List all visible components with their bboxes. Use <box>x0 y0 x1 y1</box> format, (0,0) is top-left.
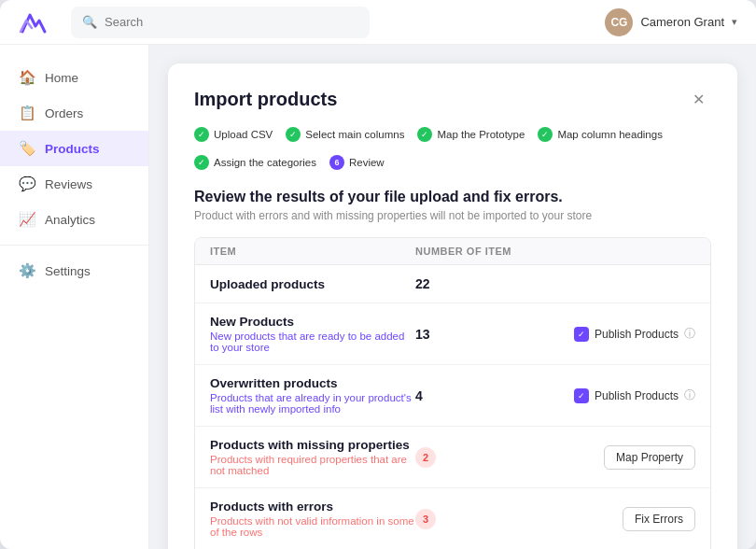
fix-errors-button[interactable]: Fix Errors <box>623 507 695 531</box>
user-area[interactable]: CG Cameron Grant ▾ <box>605 8 737 36</box>
row-item: Products with errors Products with not v… <box>210 500 415 538</box>
step-check-icon: ✓ <box>194 127 209 142</box>
step-label: Map column headings <box>557 129 663 140</box>
row-action: ✓ Publish Products ⓘ <box>546 326 695 342</box>
badge-count: 2 <box>415 447 436 468</box>
user-name: Cameron Grant <box>640 15 724 29</box>
orders-icon: 📋 <box>19 105 35 121</box>
step-label: Select main columns <box>305 129 404 140</box>
products-icon: 🏷️ <box>19 140 35 157</box>
row-item: Uploaded products <box>210 277 415 291</box>
modal-header: Import products ✕ <box>194 86 711 112</box>
sidebar-item-home[interactable]: 🏠 Home <box>0 60 148 95</box>
step-assign-categories: ✓ Assign the categories <box>194 155 316 170</box>
analytics-icon: 📈 <box>19 211 35 228</box>
publish-label: Publish Products <box>595 389 679 402</box>
sidebar-item-settings[interactable]: ⚙️ Settings <box>0 253 148 289</box>
close-button[interactable]: ✕ <box>685 86 711 112</box>
sidebar-item-label: Analytics <box>45 213 95 227</box>
row-title: Uploaded products <box>210 277 415 291</box>
row-title: Overwritten products <box>210 376 415 390</box>
row-subtitle: New products that are ready to be added … <box>210 331 415 353</box>
row-title: Products with errors <box>210 500 415 514</box>
app-container: 🔍 CG Cameron Grant ▾ 🏠 Home 📋 Orders 🏷️ … <box>0 0 756 549</box>
sidebar-item-label: Orders <box>45 106 83 120</box>
search-input[interactable] <box>105 15 358 29</box>
step-check-icon: ✓ <box>417 127 432 142</box>
row-item: Products with missing properties Product… <box>210 438 415 476</box>
step-num-icon: 6 <box>329 155 344 170</box>
step-map-prototype: ✓ Map the Prototype <box>417 127 525 142</box>
step-check-icon: ✓ <box>286 127 301 142</box>
content-area: Import products ✕ ✓ Upload CSV ✓ Select … <box>149 45 756 549</box>
sidebar-item-label: Products <box>45 142 100 156</box>
modal-title: Import products <box>194 89 337 110</box>
row-item: Overwritten products Products that are a… <box>210 376 415 415</box>
sidebar: 🏠 Home 📋 Orders 🏷️ Products 💬 Reviews 📈 … <box>0 45 149 549</box>
publish-check[interactable]: ✓ Publish Products ⓘ <box>574 326 695 342</box>
review-heading: Review the results of your file upload a… <box>194 189 711 205</box>
table-header-row: ITEM NUMBER OF ITEM <box>195 238 710 265</box>
step-select-columns: ✓ Select main columns <box>286 127 404 142</box>
sidebar-item-analytics[interactable]: 📈 Analytics <box>0 202 148 237</box>
settings-icon: ⚙️ <box>19 262 35 279</box>
col-num-header: NUMBER OF ITEM <box>415 246 546 257</box>
row-num: 4 <box>415 388 546 403</box>
sidebar-item-orders[interactable]: 📋 Orders <box>0 95 148 131</box>
sidebar-divider <box>0 245 148 246</box>
row-num: 13 <box>415 327 546 342</box>
top-bar: 🔍 CG Cameron Grant ▾ <box>0 0 756 45</box>
sidebar-item-products[interactable]: 🏷️ Products <box>0 131 148 166</box>
step-review: 6 Review <box>329 155 385 170</box>
row-title: Products with missing properties <box>210 438 415 452</box>
info-icon[interactable]: ⓘ <box>684 326 695 342</box>
sidebar-item-label: Home <box>45 71 78 85</box>
step-label: Review <box>349 157 385 168</box>
info-icon[interactable]: ⓘ <box>684 387 695 403</box>
table-row: Uploaded products 22 <box>195 265 710 303</box>
step-label: Upload CSV <box>214 129 273 140</box>
step-upload-csv: ✓ Upload CSV <box>194 127 273 142</box>
row-subtitle: Products with required properties that a… <box>210 454 415 476</box>
step-map-headings: ✓ Map column headings <box>538 127 663 142</box>
row-title: New Products <box>210 315 415 329</box>
review-subtext: Product with errors and with missing pro… <box>194 209 711 222</box>
row-num: 2 <box>415 447 546 468</box>
reviews-icon: 💬 <box>19 176 35 192</box>
checkbox-icon: ✓ <box>574 388 589 403</box>
badge-count: 3 <box>415 509 436 529</box>
avatar: CG <box>605 8 633 36</box>
checkbox-icon: ✓ <box>574 327 589 342</box>
row-num: 3 <box>415 509 546 529</box>
step-check-icon: ✓ <box>194 155 209 170</box>
col-action-header <box>546 246 695 257</box>
row-subtitle: Products that are already in your produc… <box>210 392 415 415</box>
logo <box>19 9 49 35</box>
row-subtitle: Products with not valid information in s… <box>210 515 415 538</box>
search-icon: 🔍 <box>82 15 97 29</box>
row-action: ✓ Publish Products ⓘ <box>546 387 695 403</box>
row-action: Map Property <box>546 445 695 470</box>
steps-bar: ✓ Upload CSV ✓ Select main columns ✓ Map… <box>194 127 711 170</box>
home-icon: 🏠 <box>19 69 35 86</box>
col-item-header: ITEM <box>210 246 415 257</box>
import-table: ITEM NUMBER OF ITEM Uploaded products 22 <box>194 237 711 549</box>
search-bar[interactable]: 🔍 <box>71 7 370 38</box>
table-row: New Products New products that are ready… <box>195 303 710 365</box>
row-item: New Products New products that are ready… <box>210 315 415 353</box>
modal-panel: Import products ✕ ✓ Upload CSV ✓ Select … <box>168 63 737 549</box>
row-num: 22 <box>415 276 546 291</box>
chevron-down-icon: ▾ <box>732 16 737 28</box>
table-row: Products with errors Products with not v… <box>195 488 710 549</box>
sidebar-item-reviews[interactable]: 💬 Reviews <box>0 166 148 202</box>
publish-check[interactable]: ✓ Publish Products ⓘ <box>574 387 695 403</box>
table-row: Overwritten products Products that are a… <box>195 365 710 427</box>
sidebar-item-label: Reviews <box>45 177 92 191</box>
main-layout: 🏠 Home 📋 Orders 🏷️ Products 💬 Reviews 📈 … <box>0 45 756 549</box>
map-property-button[interactable]: Map Property <box>604 445 695 470</box>
step-label: Map the Prototype <box>437 129 525 140</box>
table-row: Products with missing properties Product… <box>195 427 710 488</box>
step-check-icon: ✓ <box>538 127 553 142</box>
sidebar-item-label: Settings <box>45 264 91 278</box>
publish-label: Publish Products <box>595 328 679 341</box>
